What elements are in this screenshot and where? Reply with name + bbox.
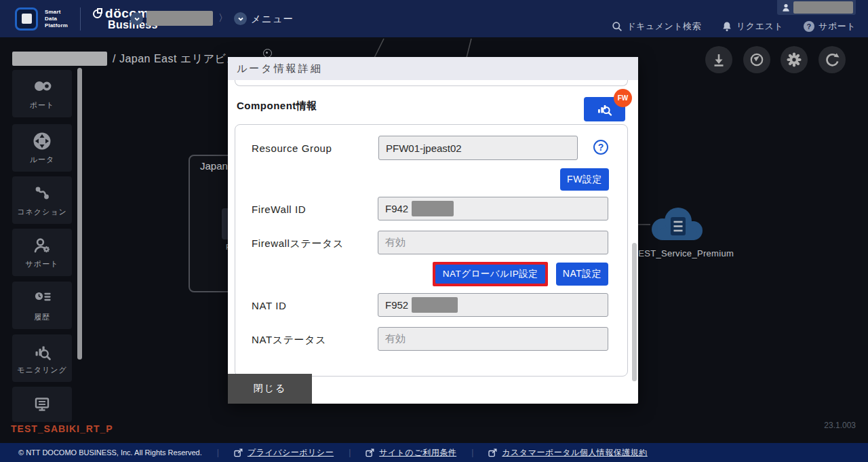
fw-config-button[interactable]: FW設定 [560,168,609,191]
firewall-status-value: 有効 [385,236,406,249]
nat-global-ip-button[interactable]: NATグローバルIP設定 [435,265,545,284]
tenant-name-redacted [146,11,213,26]
footer: © NTT DOCOMO BUSINESS, Inc. All Rights R… [0,443,868,462]
doc-search-link[interactable]: ドキュメント検索 [612,20,701,33]
nat-config-button[interactable]: NAT設定 [556,263,608,286]
menu-label[interactable]: メニュー [251,13,294,26]
nat-id-field[interactable]: F952 [378,293,608,317]
nat-status-label: NATステータス [252,334,326,347]
menu-dropdown-button[interactable] [234,12,247,25]
nat-id-redacted [412,297,458,313]
nat-global-ip-highlight: NATグローバルIP設定 [433,262,548,286]
top-bar: Smart Data Platform döcomo Business [0,0,868,37]
firewall-id-redacted [412,201,454,216]
firewall-status-field[interactable]: 有効 [378,231,608,254]
question-icon [804,21,814,32]
docomo-mark-icon [93,9,102,18]
top-nav: ドキュメント検索 リクエスト サポート [612,20,856,33]
modal-title: ルータ情報詳細 [228,57,638,80]
fw-status-badge: FW [614,89,632,107]
firewall-id-field[interactable]: F942 [378,197,608,220]
close-button[interactable]: 閉じる [228,374,312,404]
footer-divider: | [471,448,473,457]
footer-divider: | [217,448,219,457]
external-link-icon [234,448,243,457]
resource-group-label: Resource Group [252,142,332,154]
monitoring-chart-icon [596,101,614,117]
external-link-icon [366,448,374,457]
firewall-id-label: FireWall ID [252,204,306,215]
smart-data-platform-logo-icon [15,7,38,31]
nat-status-field[interactable]: 有効 [378,327,608,351]
user-icon [781,3,791,12]
modal-scrollbar[interactable] [632,243,637,381]
personal-info-policy-link[interactable]: カスタマーポータル個人情報保護規約 [488,447,647,459]
resource-group-value: PFW01-jpeast02 [386,142,462,154]
external-link-icon [488,448,497,457]
user-account-chip[interactable] [777,0,856,15]
search-icon [612,21,623,32]
component-section-title: Component情報 [237,100,317,113]
bell-icon [722,21,732,32]
copyright-text: © NTT DOCOMO BUSINESS, Inc. All Rights R… [18,448,202,457]
scrolled-section-fragment [235,80,628,86]
footer-divider: | [349,448,351,457]
nat-id-label: NAT ID [252,300,286,311]
nat-status-value: 有効 [385,332,406,345]
privacy-policy-link[interactable]: プライバシーポリシー [234,447,334,459]
chevron-down-icon [237,15,245,23]
breadcrumb-separator [218,12,228,24]
terms-of-use-link[interactable]: サイトのご利用条件 [366,447,456,459]
request-link[interactable]: リクエスト [722,20,783,33]
smart-data-platform-logo-text: Smart Data Platform [45,9,68,29]
tenant-dropdown-button[interactable] [130,12,143,25]
help-icon[interactable] [593,140,608,155]
nat-id-value: F952 [385,299,408,311]
firewall-id-value: F942 [385,203,408,214]
user-name-redacted [793,1,853,14]
brand-divider [80,7,81,31]
resource-group-field[interactable]: PFW01-jpeast02 [378,136,578,160]
support-link[interactable]: サポート [804,20,856,33]
router-detail-modal: ルータ情報詳細 Component情報 FW Resource Group PF… [228,57,638,404]
app-screen: / Japan East エリアビュー ポート ルータ コネクション [0,0,868,462]
chevron-down-icon [133,15,141,23]
firewall-status-label: Firewallステータス [252,237,344,250]
